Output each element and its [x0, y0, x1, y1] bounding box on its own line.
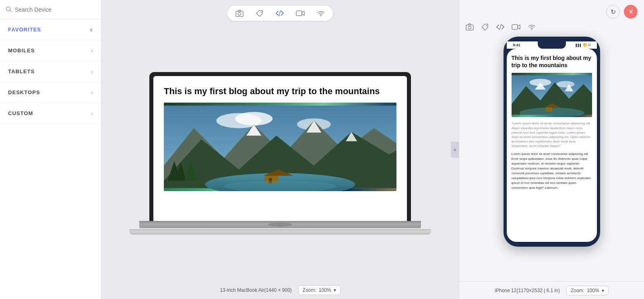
right-panel: ↻ ✕ — [459, 0, 644, 299]
laptop-preview-area: This is my first blog about my trip to t… — [101, 25, 459, 281]
right-panel-header: ↻ ✕ — [459, 0, 644, 23]
svg-rect-7 — [296, 11, 302, 16]
phone-bottom-bar: iPhone 12(1170×2532 | 6.1 in) Zoom: 100%… — [459, 281, 644, 299]
phone-zoom-selector[interactable]: Zoom: 100% ▾ — [566, 286, 609, 295]
svg-line-6 — [279, 10, 281, 16]
sidebar-item-label: CUSTOM — [8, 110, 33, 116]
chevron-right-icon: › — [91, 111, 93, 116]
laptop-zoom-selector[interactable]: Zoom: 100% ▾ — [298, 285, 341, 295]
laptop-bottom — [129, 229, 431, 235]
right-code-button[interactable] — [496, 24, 504, 32]
phone-notch — [538, 41, 566, 49]
wifi-toolbar-button[interactable] — [315, 8, 326, 18]
right-wifi-button[interactable] — [528, 24, 536, 32]
svg-point-27 — [469, 26, 471, 29]
phone-device: 9:41 ▌▌▌ 📶 ⬡ This is my first blog about… — [504, 37, 600, 247]
sidebar-item-favorites[interactable]: FAVORITES ∨ — [0, 19, 101, 40]
phone-zoom-chevron-icon: ▾ — [602, 288, 604, 293]
laptop-base:  — [139, 221, 421, 228]
svg-rect-2 — [236, 11, 243, 16]
collapse-panel-button[interactable]: » — [451, 142, 459, 158]
svg-point-11 — [235, 112, 272, 126]
double-chevron-right-icon: » — [454, 147, 456, 153]
blog-content: This is my first blog about my trip to t… — [153, 76, 407, 201]
phone-time: 9:41 — [513, 43, 520, 47]
svg-line-1 — [10, 10, 12, 12]
sidebar-item-label: FAVORITES — [8, 27, 41, 33]
camera-toolbar-button[interactable] — [234, 8, 245, 19]
svg-point-8 — [320, 15, 321, 16]
right-panel-toolbar — [459, 23, 644, 33]
phone-blog-title: This is my first blog about my trip to t… — [512, 54, 592, 69]
svg-point-3 — [238, 12, 241, 15]
svg-rect-31 — [512, 25, 518, 29]
svg-rect-28 — [469, 24, 471, 25]
phone-screen: This is my first blog about my trip to t… — [507, 49, 597, 242]
phone-preview-area: 9:41 ▌▌▌ 📶 ⬡ This is my first blog about… — [459, 37, 644, 281]
device-toolbar — [101, 0, 459, 25]
sidebar-item-desktops[interactable]: DESKTOPS › — [0, 82, 101, 103]
laptop-bottom-bar: 13-inch MacBook Air(1440 × 900) Zoom: 10… — [101, 281, 459, 299]
laptop-screen-outer: This is my first blog about my trip to t… — [149, 72, 411, 221]
phone-blog-content: This is my first blog about my trip to t… — [507, 49, 597, 242]
laptop-device-label: 13-inch MacBook Air(1440 × 900) — [220, 287, 291, 293]
phone-zoom-value: 100% — [587, 288, 599, 293]
sidebar-item-mobiles[interactable]: MOBILES › — [0, 40, 101, 61]
main-preview-area: » — [101, 0, 459, 299]
sidebar-item-label: DESKTOPS — [8, 89, 40, 95]
tag-toolbar-button[interactable] — [254, 8, 265, 19]
svg-line-30 — [500, 24, 501, 30]
svg-point-29 — [486, 25, 487, 27]
svg-point-35 — [556, 81, 574, 88]
zoom-chevron-icon: ▾ — [334, 287, 336, 293]
video-toolbar-button[interactable] — [294, 8, 306, 18]
search-bar[interactable] — [0, 0, 101, 19]
sidebar-item-label: MOBILES — [8, 47, 35, 54]
phone-lorem-italic: "Lorem ipsum dolor sit amet, consectetur… — [512, 121, 592, 148]
right-camera-button[interactable] — [466, 23, 474, 33]
laptop-device: This is my first blog about my trip to t… — [129, 72, 431, 235]
chevron-right-icon: › — [91, 90, 93, 95]
toolbar-pill — [227, 6, 333, 21]
svg-rect-26 — [466, 25, 473, 30]
right-tag-button[interactable] — [481, 23, 489, 33]
search-input[interactable] — [15, 6, 95, 13]
chevron-down-icon: ∨ — [89, 27, 93, 33]
phone-status-icons: ▌▌▌ 📶 ⬡ — [576, 43, 590, 47]
sidebar-item-custom[interactable]: CUSTOM › — [0, 103, 101, 124]
zoom-label: Zoom: — [303, 287, 316, 293]
svg-point-32 — [531, 29, 532, 30]
sidebar-item-label: TABLETS — [8, 68, 35, 74]
close-panel-button[interactable]: ✕ — [624, 5, 638, 19]
sidebar: FAVORITES ∨ MOBILES › TABLETS › DESKTOPS… — [0, 0, 101, 299]
chevron-right-icon: › — [91, 48, 93, 54]
svg-point-5 — [261, 12, 262, 13]
blog-image — [164, 103, 396, 191]
laptop-screen: This is my first blog about my trip to t… — [153, 76, 407, 221]
right-video-button[interactable] — [512, 24, 520, 32]
sidebar-item-tablets[interactable]: TABLETS › — [0, 61, 101, 82]
blog-title: This is my first blog about my trip to t… — [164, 86, 396, 97]
svg-rect-4 — [238, 10, 241, 11]
code-toolbar-button[interactable] — [274, 8, 285, 18]
phone-blog-image — [512, 73, 592, 117]
zoom-value: 100% — [319, 287, 331, 293]
phone-lorem: Lorem ipsum dolor sit amet consectetur a… — [512, 152, 592, 190]
phone-device-label: iPhone 12(1170×2532 | 6.1 in) — [495, 288, 560, 293]
search-icon — [6, 6, 12, 13]
refresh-button[interactable]: ↻ — [606, 5, 620, 19]
phone-zoom-label: Zoom: — [571, 288, 584, 293]
chevron-right-icon: › — [91, 69, 93, 74]
